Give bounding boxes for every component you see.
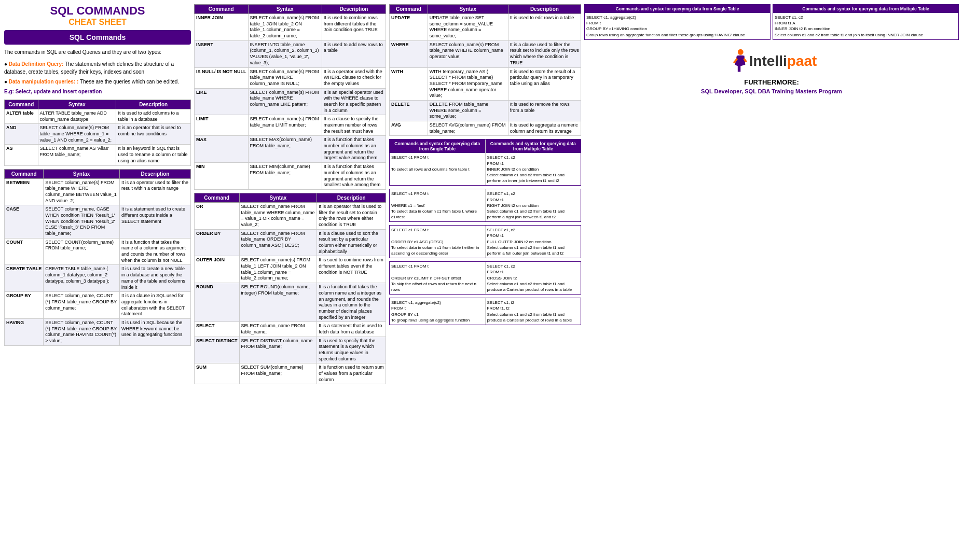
query-box: Commands and syntax for querying data fr… <box>389 139 581 186</box>
intellipaat-section: Intellipaat FURTHERMORE: SQL Developer, … <box>584 43 959 100</box>
eg-text: E.g: Select, update and insert operation <box>4 88 191 95</box>
table-row: ALTER tableALTER TABLE table_name ADD co… <box>5 109 191 124</box>
mid1-table-1: Command Syntax Description INNER JOINSEL… <box>194 4 386 190</box>
table-row: ROUNDSELECT ROUND(column_name, integer) … <box>195 283 386 322</box>
query-box: SELECT c1, aggregate(c2) FROM t GROUP BY… <box>389 298 581 325</box>
col-syntax: Syntax <box>428 5 508 14</box>
query-boxes-container: Commands and syntax for querying data fr… <box>389 139 581 325</box>
query-single-content: SELECT c1 FROM t ORDER BY c1 ASC (DESC) … <box>390 226 486 258</box>
intro-text: The commands in SQL are called Queries a… <box>4 49 191 56</box>
furthermore-sub: SQL Developer, SQL DBA Training Masters … <box>589 88 954 94</box>
col-syntax: Syntax <box>38 100 116 109</box>
middle-panel-2: Command Syntax Description UPDATEUPDATE … <box>389 4 581 387</box>
col-command: Command <box>5 100 38 109</box>
col-syntax: Syntax <box>239 193 317 202</box>
query-multiple-content: SELECT c1, c2 FROM t1 INNER JOIN t2 on c… <box>486 153 581 185</box>
top-box-multiple: Commands and syntax for querying data fr… <box>773 4 959 40</box>
top-box-multiple-header: Commands and syntax for querying data fr… <box>773 5 958 13</box>
left-panel: SQL COMMANDS CHEAT SHEET SQL Commands Th… <box>4 4 191 387</box>
table-row: BETWEENSELECT column_name(s) FROM table_… <box>5 178 191 205</box>
intellipaat-text: Intellipaat <box>749 53 817 69</box>
query-box: SELECT c1 FROM t ORDER BY c1 ASC (DESC) … <box>389 225 581 258</box>
col-description: Description <box>508 5 581 14</box>
query-single-content: SELECT c1, aggregate(c2) FROM t GROUP BY… <box>390 298 486 325</box>
table-row: WITHWITH temporary_name AS ( SELECT * FR… <box>390 67 581 100</box>
table-row: HAVINGSELECT column_name, COUNT (*) FROM… <box>5 318 191 345</box>
col-description: Description <box>322 5 386 14</box>
query-multiple-content: SELECT c1, c2 FROM t1 RIGHT JOIN t2 on c… <box>486 189 581 221</box>
top-boxes: Commands and syntax for querying data fr… <box>584 4 959 40</box>
query-box: SELECT c1 FROM t ORDER BY c1LIMIT n OFFS… <box>389 261 581 295</box>
table-row: ANDSELECT column_name(s) FROM table_name… <box>5 124 191 145</box>
left-table-1: Command Syntax Description ALTER tableAL… <box>4 100 191 166</box>
table-row: LIKESELECT column_name(s) FROM table_nam… <box>195 88 386 115</box>
intellipaat-figure-icon <box>726 48 747 74</box>
col-description: Description <box>116 100 191 109</box>
query-single-content: SELECT c1 FROM t WHERE c1 = 'test' To se… <box>390 189 486 221</box>
table-row: ORSELECT column_name FROM table_name WHE… <box>195 202 386 229</box>
col-description: Description <box>119 169 190 178</box>
query-box: SELECT c1 FROM t WHERE c1 = 'test' To se… <box>389 189 581 222</box>
col-syntax: Syntax <box>44 169 120 178</box>
table-row: OUTER JOINSELECT column_name(s) FROM tab… <box>195 256 386 283</box>
mid1-table-2: Command Syntax Description ORSELECT colu… <box>194 193 386 385</box>
sub-title: CHEAT SHEET <box>4 18 191 27</box>
sql-commands-box: SQL Commands <box>4 30 191 45</box>
table-row: LIMITSELECT column_name(s) FROM table_na… <box>195 115 386 136</box>
table-row: UPDATEUPDATE table_name SET some_column … <box>390 14 581 41</box>
table-row: WHERESELECT column_name(s) FROM table_na… <box>390 40 581 67</box>
table-row: MINSELECT MIN(column_name) FROM table_na… <box>195 163 386 190</box>
mid2-table-1: Command Syntax Description UPDATEUPDATE … <box>389 4 581 136</box>
bullet2-text: These are the queries which can be edite… <box>80 79 179 85</box>
col-command: Command <box>5 169 44 178</box>
intellipaat-logo: Intellipaat <box>589 48 954 74</box>
right-panel: Commands and syntax for querying data fr… <box>584 4 959 387</box>
svg-point-0 <box>737 49 743 55</box>
top-box-multiple-content: SELECT c1, c2FROM t1 AINNER JOIN t2 B on… <box>773 13 958 39</box>
table-row: CASESELECT column_name, CASE WHEN condit… <box>5 205 191 238</box>
top-box-single-header: Commands and syntax for querying data fr… <box>585 5 770 13</box>
table-row: DELETEDELETE FROM table_name WHERE some_… <box>390 100 581 121</box>
table-row: COUNTSELECT COUNT(column_name) FROM tabl… <box>5 238 191 265</box>
left-table-2: Command Syntax Description BETWEENSELECT… <box>4 169 191 346</box>
col-syntax: Syntax <box>248 5 322 14</box>
query-multiple-content: SELECT c1, c2 FROM t1 CROSS JOIN t2 Sele… <box>486 262 581 294</box>
top-box-single-content: SELECT c1, aggregate(c2)FROM tGROUP BY c… <box>585 13 770 39</box>
table-row: GROUP BYSELECT column_name, COUNT (*) FR… <box>5 292 191 319</box>
bullet-item-1: ● Data Definition Query: The statements … <box>4 60 191 76</box>
main-title: SQL COMMANDS <box>4 4 191 18</box>
bullet1-label: Data Definition Query: <box>9 61 64 67</box>
middle-panel-1: Command Syntax Description INNER JOINSEL… <box>194 4 386 387</box>
table-row: IS NULL/ IS NOT NULLSELECT column_name(s… <box>195 67 386 88</box>
table-row: AVGSELECT AVG(column_name) FROM table_na… <box>390 121 581 136</box>
col-command: Command <box>195 5 249 14</box>
table-row: SUMSELECT SUM(column_name) FROM table_na… <box>195 363 386 384</box>
top-box-single: Commands and syntax for querying data fr… <box>584 4 771 40</box>
intelli-text: Intelli <box>749 53 787 69</box>
table-row: ORDER BYSELECT column_name FROM table_na… <box>195 229 386 256</box>
col-command: Command <box>195 193 240 202</box>
furthermore-title: FURTHERMORE: <box>589 78 954 86</box>
table-row: SELECTSELECT column_name FROM table_name… <box>195 322 386 337</box>
bullet-item-2: ● Data manipulation queries: : These are… <box>4 78 191 86</box>
table-row: ASSELECT column_name AS 'Alias' FROM tab… <box>5 145 191 165</box>
table-row: CREATE TABLECREATE TABLE table_name ( co… <box>5 265 191 292</box>
query-single-content: SELECT c1 FROM t ORDER BY c1LIMIT n OFFS… <box>390 262 486 294</box>
bullet2-label: Data manipulation queries: : <box>9 79 78 85</box>
query-single-header: Commands and syntax for querying data fr… <box>390 139 486 153</box>
table-row: SELECT DISTINCTSELECT DISTINCT column_na… <box>195 337 386 363</box>
query-single-content: SELECT c1 FROM t To select all rows and … <box>390 153 486 185</box>
query-multiple-content: SELECT c1, c2 FROM t1 FULL OUTER JOIN t2… <box>486 226 581 258</box>
title-section: SQL COMMANDS CHEAT SHEET <box>4 4 191 27</box>
query-multiple-header: Commands and syntax for querying data fr… <box>486 139 581 153</box>
col-command: Command <box>390 5 428 14</box>
query-multiple-content: SELECT c1, t2 FROM t1, t2 Select column … <box>486 298 581 325</box>
paat-text: paat <box>787 53 817 69</box>
table-row: INNER JOINSELECT column_name(s) FROM tab… <box>195 14 386 41</box>
col-description: Description <box>317 193 386 202</box>
bullet-section: ● Data Definition Query: The statements … <box>4 60 191 95</box>
table-row: INSERTINSERT INTO table_name (column_1, … <box>195 40 386 67</box>
table-row: MAXSELECT MAX(column_name) FROM table_na… <box>195 136 386 163</box>
